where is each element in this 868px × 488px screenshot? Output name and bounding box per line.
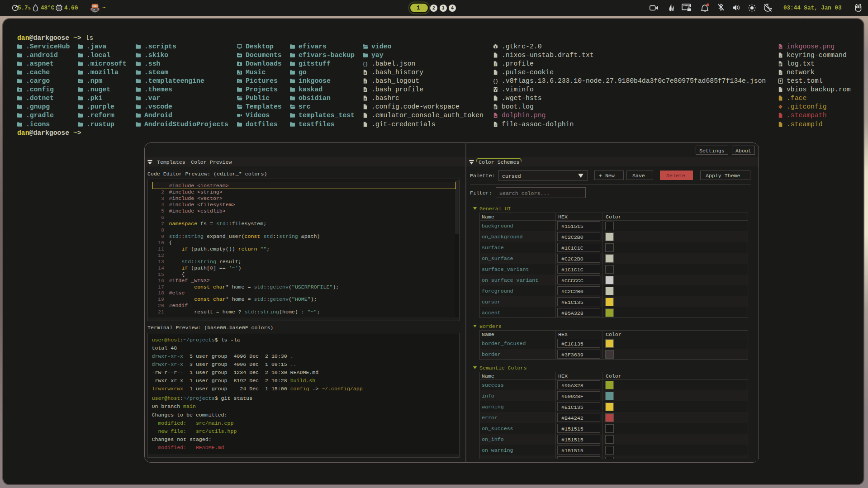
svg-text:?: ? (779, 71, 781, 75)
svg-text:#: # (364, 89, 366, 92)
svg-text:?: ? (494, 123, 496, 127)
svg-text:{}: {} (363, 62, 368, 67)
svg-text:>_: >_ (93, 9, 97, 12)
svg-text:{}: {} (493, 79, 498, 84)
svg-text:#: # (494, 63, 497, 66)
svg-text:#: # (364, 97, 366, 101)
svg-text:#: # (364, 80, 366, 84)
svg-text:?: ? (779, 54, 781, 58)
svg-text:#: # (364, 71, 366, 75)
